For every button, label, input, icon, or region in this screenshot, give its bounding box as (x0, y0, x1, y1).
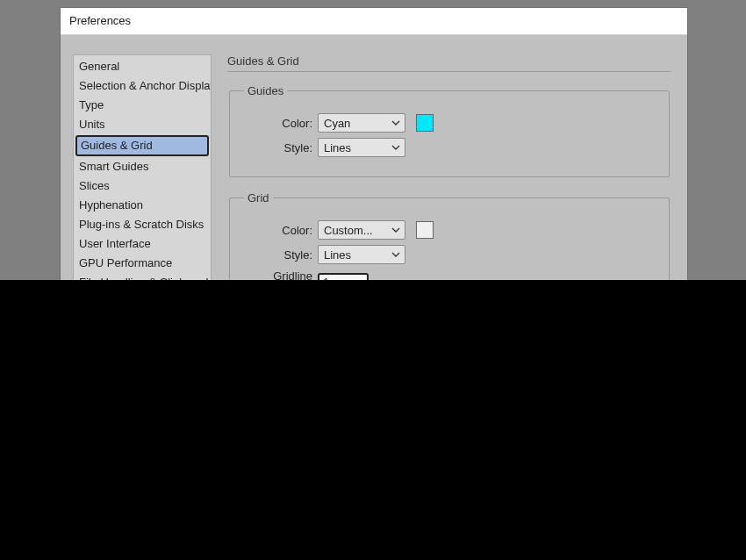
grid-color-label: Color: (244, 224, 312, 237)
sidebar-item-user-interface[interactable]: User Interface (74, 234, 211, 254)
grid-color-dropdown[interactable]: Custom... (318, 220, 405, 240)
sidebar-item-guides-grid[interactable]: Guides & Grid (75, 135, 209, 156)
guides-group: Guides Color: Cyan Style: Lines (229, 84, 670, 177)
sidebar-item-plugins-scratch-disks[interactable]: Plug-ins & Scratch Disks (74, 215, 211, 234)
guides-legend: Guides (244, 84, 287, 97)
guides-color-swatch[interactable] (416, 114, 434, 132)
sidebar-item-selection-anchor-display[interactable]: Selection & Anchor Display (74, 76, 211, 96)
chevron-down-icon (391, 227, 400, 233)
chevron-down-icon (391, 120, 400, 126)
chevron-down-icon (391, 252, 400, 257)
guides-color-label: Color: (244, 117, 312, 130)
sidebar-item-units[interactable]: Units (74, 115, 211, 134)
page-title: Guides & Grid (227, 54, 671, 72)
grid-color-swatch[interactable] (416, 221, 434, 239)
chevron-down-icon (391, 145, 400, 150)
guides-color-dropdown[interactable]: Cyan (318, 113, 405, 133)
grid-legend: Grid (244, 191, 273, 205)
grid-style-label: Style: (244, 248, 312, 262)
grid-style-value: Lines (324, 248, 351, 262)
guides-style-label: Style: (244, 141, 312, 154)
lower-mask (0, 280, 746, 560)
dialog-title: Preferences (61, 8, 687, 35)
guides-color-value: Cyan (324, 117, 350, 130)
sidebar-item-slices[interactable]: Slices (74, 176, 211, 196)
guides-style-value: Lines (324, 141, 351, 154)
sidebar-item-general[interactable]: General (74, 57, 211, 76)
sidebar-item-smart-guides[interactable]: Smart Guides (74, 157, 211, 176)
guides-style-dropdown[interactable]: Lines (318, 138, 405, 157)
dialog-title-text: Preferences (69, 14, 131, 27)
grid-color-value: Custom... (324, 224, 373, 237)
sidebar-item-hyphenation[interactable]: Hyphenation (74, 196, 211, 215)
grid-style-dropdown[interactable]: Lines (318, 245, 405, 264)
sidebar-item-type[interactable]: Type (74, 96, 211, 115)
sidebar-item-gpu-performance[interactable]: GPU Performance (74, 254, 211, 273)
